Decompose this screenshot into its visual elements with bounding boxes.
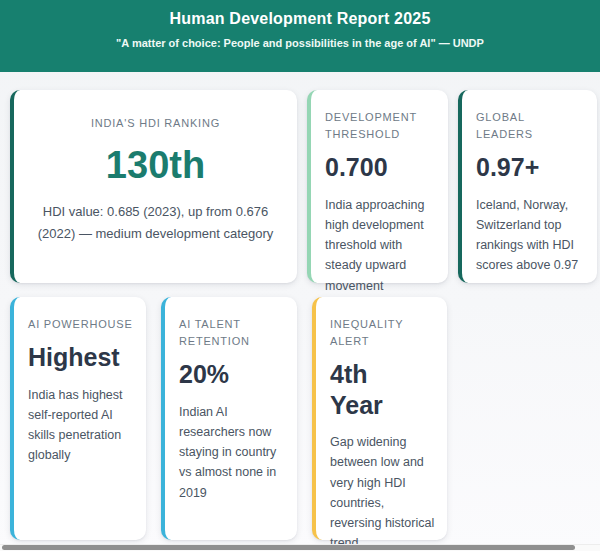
report-subtitle: "A matter of choice: People and possibil… [0, 37, 600, 49]
card-inequality-alert: INEQUALITY ALERT 4th Year Gap widening b… [312, 297, 447, 540]
card-label: INDIA'S HDI RANKING [32, 115, 279, 132]
card-description: Gap widening between low and very high H… [330, 432, 435, 551]
card-description: Indian AI researchers now staying in cou… [179, 402, 285, 503]
report-header: Human Development Report 2025 "A matter … [0, 0, 600, 72]
stats-grid: INDIA'S HDI RANKING 130th HDI value: 0.6… [0, 72, 600, 540]
report-title: Human Development Report 2025 [0, 10, 600, 28]
card-value: 130th [32, 144, 279, 188]
card-ai-powerhouse: AI POWERHOUSE Highest India has highest … [10, 297, 146, 540]
card-development-threshold: DEVELOPMENT THRESHOLD 0.700 India approa… [307, 90, 448, 283]
card-ai-talent-retention: AI TALENT RETENTION 20% Indian AI resear… [161, 297, 297, 540]
card-description: HDI value: 0.685 (2023), up from 0.676 (… [32, 201, 279, 246]
card-india-hdi-ranking: INDIA'S HDI RANKING 130th HDI value: 0.6… [10, 90, 297, 283]
hdr-2025-page: Human Development Report 2025 "A matter … [0, 0, 600, 540]
card-label: AI TALENT RETENTION [179, 316, 285, 350]
card-global-leaders: GLOBAL LEADERS 0.97+ Iceland, Norway, Sw… [458, 90, 597, 283]
card-label: DEVELOPMENT THRESHOLD [325, 109, 436, 143]
card-value: Highest [28, 342, 134, 373]
card-description: India approaching high development thres… [325, 195, 436, 296]
horizontal-scrollbar[interactable] [0, 544, 600, 551]
card-value: 0.700 [325, 152, 436, 183]
horizontal-scrollbar-thumb[interactable] [2, 545, 575, 550]
stats-row-1: INDIA'S HDI RANKING 130th HDI value: 0.6… [10, 90, 600, 283]
stats-row-2: AI POWERHOUSE Highest India has highest … [10, 297, 600, 540]
card-description: Iceland, Norway, Switzerland top ranking… [476, 195, 585, 276]
card-label: GLOBAL LEADERS [476, 109, 585, 143]
card-value: 20% [179, 359, 285, 390]
card-description: India has highest self-reported AI skill… [28, 385, 134, 466]
card-value: 4th Year [330, 359, 404, 420]
card-label: AI POWERHOUSE [28, 316, 134, 333]
card-label: INEQUALITY ALERT [330, 316, 435, 350]
card-value: 0.97+ [476, 152, 585, 183]
